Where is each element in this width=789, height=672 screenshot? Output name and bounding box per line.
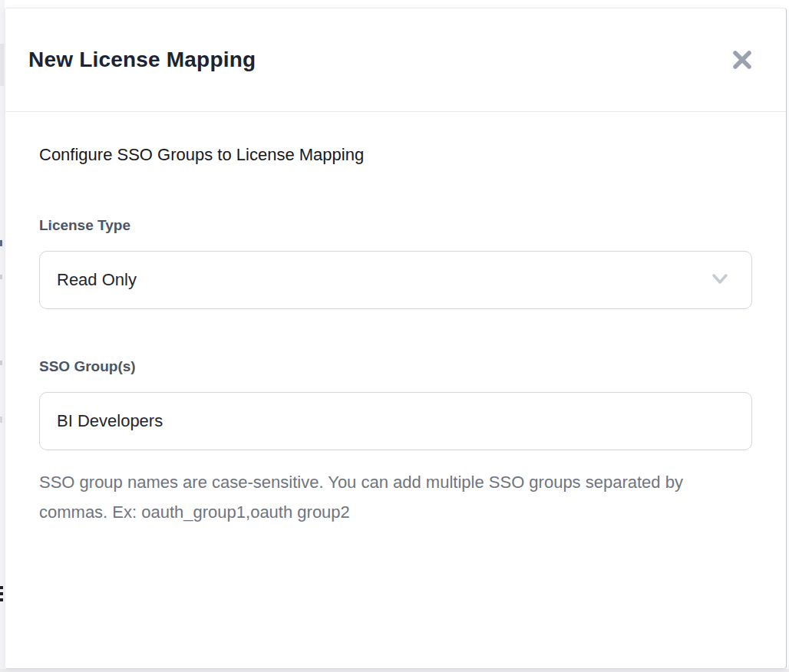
background-bottom-strip <box>0 669 789 672</box>
dialog-header: New License Mapping <box>5 8 786 112</box>
background-fragment <box>0 361 2 365</box>
license-type-selected-value: Read Only <box>57 270 137 290</box>
license-type-label: License Type <box>39 216 752 235</box>
background-fragment <box>0 240 2 246</box>
new-license-mapping-dialog: New License Mapping Configure SSO Groups… <box>5 8 787 669</box>
chevron-down-icon <box>708 269 731 291</box>
section-heading: Configure SSO Groups to License Mapping <box>39 144 752 166</box>
background-fragment <box>0 417 2 423</box>
close-icon <box>731 62 754 74</box>
background-fragment <box>0 275 2 279</box>
background-fragment <box>0 44 4 86</box>
menu-icon-fragment <box>0 586 3 604</box>
sso-groups-help-text: SSO group names are case-sensitive. You … <box>39 467 715 527</box>
sso-groups-label: SSO Group(s) <box>39 357 752 376</box>
sso-groups-input[interactable] <box>39 392 752 450</box>
license-type-select[interactable]: Read Only <box>39 251 752 309</box>
close-button[interactable] <box>728 45 757 74</box>
dialog-body: Configure SSO Groups to License Mapping … <box>5 144 786 527</box>
dialog-title: New License Mapping <box>28 48 256 72</box>
